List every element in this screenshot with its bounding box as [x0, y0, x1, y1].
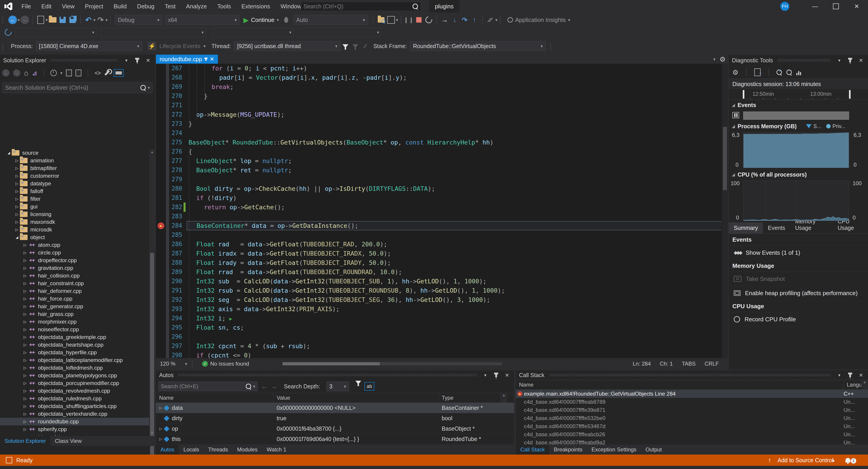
- breakpoint-margin[interactable]: [156, 129, 166, 138]
- tree-item-circle.cpp[interactable]: ▷++circle.cpp: [0, 249, 149, 257]
- collapsed-arrow-icon[interactable]: ▷: [22, 419, 28, 424]
- breakpoint-margin[interactable]: [156, 332, 166, 341]
- tree-item-gui[interactable]: ▷gui: [0, 203, 149, 210]
- menu-item-tools[interactable]: Tools: [212, 0, 236, 13]
- code-line-296[interactable]: 296: [156, 332, 728, 341]
- callstack-frame-1[interactable]: c4d_base.xdl64!00007ffffeab8789Un...: [516, 398, 868, 406]
- collapsed-arrow-icon[interactable]: ▷: [22, 320, 28, 324]
- code-line-283[interactable]: 283: [156, 212, 728, 221]
- tree-item-objectdata_ruledmesh.cpp[interactable]: ▷++objectdata_ruledmesh.cpp: [0, 395, 149, 402]
- navigate-forward-button[interactable]: →: [20, 15, 30, 25]
- empty-dropdown-2[interactable]: ▾: [100, 28, 206, 37]
- lifecycle-events-label[interactable]: Lifecycle Events: [159, 43, 200, 49]
- view-code-icon[interactable]: <>: [94, 70, 100, 76]
- breakpoint-margin[interactable]: [156, 166, 166, 175]
- breakpoint-margin[interactable]: [156, 119, 166, 129]
- close-icon[interactable]: ×: [857, 371, 865, 379]
- restore-button[interactable]: [826, 0, 846, 13]
- step-into-button[interactable]: ↓: [450, 15, 460, 25]
- find-in-files-button[interactable]: [376, 15, 386, 25]
- disassembly-dropdown[interactable]: ▾: [495, 18, 498, 23]
- new-file-dropdown[interactable]: ▾: [46, 18, 48, 23]
- line-endings[interactable]: CRLF: [705, 361, 719, 367]
- cpu-section-header[interactable]: ◢ CPU (% of all processors): [729, 169, 868, 180]
- collapsed-arrow-icon[interactable]: ▷: [14, 220, 20, 225]
- code-text[interactable]: op->Message(MSG_UPDATE);: [187, 110, 721, 119]
- tree-item-objectdata_revolvedmesh.cpp[interactable]: ▷++objectdata_revolvedmesh.cpp: [0, 387, 149, 395]
- tree-item-gravitation.cpp[interactable]: ▷++gravitation.cpp: [0, 264, 149, 272]
- code-text[interactable]: Int32 seg = CalcLOD(data->GetInt32(TUBEO…: [187, 295, 721, 304]
- solution-platform-dropdown[interactable]: x64▾: [165, 15, 240, 25]
- breakpoint-margin[interactable]: [156, 92, 166, 101]
- code-text[interactable]: Int32 rsub = CalcLOD(data->GetInt32(TUBE…: [187, 286, 721, 295]
- tree-item-objectdata_shufflingparticles.cpp[interactable]: ▷++objectdata_shufflingparticles.cpp: [0, 402, 149, 410]
- collapsed-arrow-icon[interactable]: ▷: [14, 189, 20, 194]
- process-dropdown[interactable]: [15800] Cinema 4D.exe▾: [36, 41, 142, 51]
- continue-button[interactable]: ▶: [241, 15, 251, 25]
- redo-button[interactable]: ↷: [96, 15, 105, 25]
- code-text[interactable]: BaseObject* ret = nullptr;: [187, 166, 721, 175]
- code-line-294[interactable]: 294Int32 i; ▶: [156, 314, 728, 323]
- tree-item-customerror[interactable]: ▷customerror: [0, 172, 149, 180]
- expanded-arrow-icon[interactable]: ◢: [6, 151, 12, 155]
- hot-reload-icon[interactable]: [281, 15, 291, 25]
- code-text[interactable]: Int32 cpcnt = 4 * (sub + rsub);: [187, 341, 721, 351]
- expander-icon[interactable]: ▷: [158, 437, 163, 441]
- pin-icon[interactable]: [492, 371, 500, 379]
- code-text[interactable]: [187, 212, 721, 221]
- tree-item-hair_collision.cpp[interactable]: ▷++hair_collision.cpp: [0, 272, 149, 279]
- callstack-scrollbar[interactable]: ▲: [861, 380, 868, 390]
- collapsed-arrow-icon[interactable]: ▷: [22, 373, 28, 378]
- quick-search-input[interactable]: Search (Ctrl+Q): [301, 2, 421, 11]
- tree-item-objectdata_hyperfile.cpp[interactable]: ▷++objectdata_hyperfile.cpp: [0, 349, 149, 356]
- continue-dropdown[interactable]: ▾: [277, 18, 279, 23]
- autos-row-this[interactable]: ▷this0x000001f769d06a40 {test={...} }Rou…: [156, 434, 514, 444]
- menu-item-build[interactable]: Build: [108, 0, 132, 13]
- code-line-298[interactable]: 298if (cpcnt <= 0): [156, 351, 728, 358]
- filter-flagged-icon[interactable]: [350, 41, 360, 51]
- breakpoint-margin[interactable]: [156, 286, 166, 295]
- search-options-dropdown[interactable]: ▾: [148, 85, 150, 90]
- tree-item-bitmapfilter[interactable]: ▷bitmapfilter: [0, 164, 149, 172]
- code-text[interactable]: [187, 230, 721, 240]
- tree-item-hair_deformer.cpp[interactable]: ▷++hair_deformer.cpp: [0, 287, 149, 295]
- collapsed-arrow-icon[interactable]: ▷: [22, 327, 28, 332]
- close-icon[interactable]: ×: [857, 57, 865, 64]
- collapsed-arrow-icon[interactable]: ▷: [22, 250, 28, 255]
- se-back-icon[interactable]: ←: [2, 69, 9, 76]
- collapsed-arrow-icon[interactable]: ▷: [14, 174, 20, 178]
- code-text[interactable]: Float irady = data->GetFloat(TUBEOBJECT_…: [187, 258, 721, 267]
- disassembly-button[interactable]: ⁄⁄⁄: [485, 15, 495, 25]
- collapsed-arrow-icon[interactable]: ▷: [22, 335, 28, 340]
- refresh-button[interactable]: [3, 27, 13, 37]
- collapsed-arrow-icon[interactable]: ▷: [22, 381, 28, 386]
- close-button[interactable]: ✕: [846, 0, 867, 13]
- scc-dropdown-icon[interactable]: ▲: [831, 458, 835, 463]
- collapsed-arrow-icon[interactable]: ▷: [22, 404, 28, 409]
- code-line-280[interactable]: 280Bool dirty = op->CheckCache(hh) || op…: [156, 184, 728, 193]
- breakpoint-margin[interactable]: [156, 110, 166, 119]
- breakpoint-margin[interactable]: [156, 304, 166, 314]
- code-text[interactable]: Float rad = data->GetFloat(TUBEOBJECT_RA…: [187, 240, 721, 249]
- code-line-274[interactable]: 274: [156, 129, 728, 138]
- tree-item-objectdata_heartshape.cpp[interactable]: ▷++objectdata_heartshape.cpp: [0, 341, 149, 349]
- tree-item-noiseeffector.cpp[interactable]: ▷++noiseeffector.cpp: [0, 326, 149, 333]
- column-value[interactable]: Value: [274, 393, 438, 403]
- undo-button[interactable]: ↶: [84, 15, 93, 25]
- code-text[interactable]: BaseContainer* data = op->GetDataInstanc…: [187, 221, 721, 230]
- callstack-frame-5[interactable]: c4d_base.xdl64!00007ffffeabcb26Un...: [516, 430, 868, 438]
- column-type[interactable]: Type: [438, 393, 500, 403]
- scroll-down-icon[interactable]: ▼: [149, 431, 155, 435]
- filter-dropdown-icon[interactable]: ▾: [60, 70, 63, 76]
- collapsed-arrow-icon[interactable]: ▷: [22, 312, 28, 316]
- breakpoint-margin[interactable]: [156, 64, 166, 73]
- breakpoint-margin[interactable]: [156, 203, 166, 212]
- tree-item-objectdata_planebypolygons.cpp[interactable]: ▷++objectdata_planebypolygons.cpp: [0, 372, 149, 379]
- autos-search-input[interactable]: Search (Ctrl+E) ▾: [158, 381, 258, 391]
- memory-section-header[interactable]: ◢ Process Memory (GB) S... Priv...: [729, 121, 868, 131]
- menu-item-analyze[interactable]: Analyze: [181, 0, 212, 13]
- code-text[interactable]: }: [187, 92, 721, 101]
- panel-grip[interactable]: [179, 374, 476, 376]
- tree-item-animation[interactable]: ▷animation: [0, 157, 149, 164]
- code-line-268[interactable]: 268padr[i] = Vector(padr[i].x, padr[i].z…: [156, 73, 728, 82]
